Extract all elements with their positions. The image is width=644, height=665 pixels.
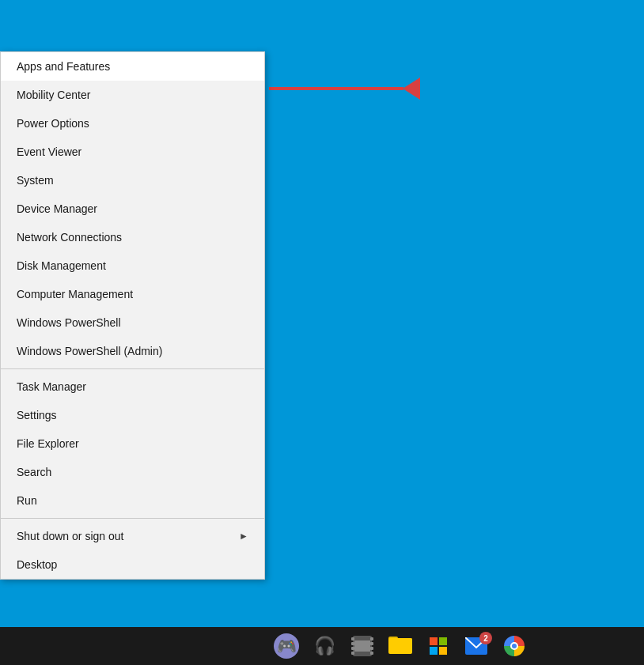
context-menu: Apps and Features Mobility Center Power …	[0, 51, 265, 580]
gamepad-icon: 🎮	[274, 633, 299, 659]
taskbar-store-icon[interactable]	[421, 629, 456, 663]
film-icon	[351, 636, 373, 656]
arrow-head-icon	[403, 77, 420, 100]
menu-item-power-options[interactable]: Power Options	[1, 109, 264, 138]
svg-rect-7	[370, 647, 373, 650]
svg-rect-2	[351, 642, 354, 645]
taskbar-gamepad-icon[interactable]: 🎮	[269, 629, 304, 663]
svg-rect-1	[351, 637, 354, 640]
taskbar-mail-icon[interactable]: 2	[459, 629, 494, 663]
folder-icon	[388, 633, 412, 659]
chrome-icon	[504, 636, 525, 656]
taskbar-folder-icon[interactable]	[383, 629, 418, 663]
annotation-arrow	[269, 77, 420, 100]
mail-icon: 2	[464, 633, 489, 659]
menu-item-computer-management[interactable]: Computer Management	[1, 280, 264, 308]
menu-item-apps-features[interactable]: Apps and Features	[1, 52, 264, 81]
arrow-line	[269, 87, 403, 90]
menu-item-network-connections[interactable]: Network Connections	[1, 223, 264, 251]
store-icon	[430, 637, 447, 655]
taskbar-film-icon[interactable]	[345, 629, 380, 663]
menu-item-windows-powershell-admin[interactable]: Windows PowerShell (Admin)	[1, 337, 264, 365]
menu-item-settings[interactable]: Settings	[1, 401, 264, 429]
chrome-inner-circle	[510, 642, 518, 650]
svg-rect-9	[354, 640, 370, 652]
menu-item-shut-down[interactable]: Shut down or sign out ►	[1, 522, 264, 550]
submenu-arrow-icon: ►	[239, 531, 248, 542]
menu-item-device-manager[interactable]: Device Manager	[1, 195, 264, 223]
menu-item-search[interactable]: Search	[1, 458, 264, 486]
taskbar-icons: 🎮 🎧	[269, 629, 532, 663]
menu-item-disk-management[interactable]: Disk Management	[1, 251, 264, 280]
svg-rect-4	[351, 652, 354, 655]
menu-item-run[interactable]: Run	[1, 486, 264, 515]
menu-item-windows-powershell[interactable]: Windows PowerShell	[1, 308, 264, 337]
svg-rect-12	[388, 638, 412, 652]
svg-rect-6	[370, 642, 373, 645]
menu-item-system[interactable]: System	[1, 166, 264, 195]
menu-item-mobility-center[interactable]: Mobility Center	[1, 81, 264, 109]
desktop: Apps and Features Mobility Center Power …	[0, 0, 644, 665]
mail-badge: 2	[479, 632, 492, 644]
svg-rect-8	[370, 652, 373, 655]
menu-item-task-manager[interactable]: Task Manager	[1, 372, 264, 401]
taskbar-chrome-icon[interactable]	[497, 629, 532, 663]
taskbar: 🎮 🎧	[0, 627, 644, 665]
menu-item-file-explorer[interactable]: File Explorer	[1, 429, 264, 458]
menu-divider-2	[1, 518, 264, 519]
menu-item-desktop[interactable]: Desktop	[1, 550, 264, 579]
headphones-icon: 🎧	[312, 633, 337, 659]
menu-item-event-viewer[interactable]: Event Viewer	[1, 138, 264, 166]
svg-rect-5	[370, 637, 373, 640]
svg-rect-3	[351, 647, 354, 650]
taskbar-headphones-icon[interactable]: 🎧	[307, 629, 342, 663]
menu-divider-1	[1, 368, 264, 369]
